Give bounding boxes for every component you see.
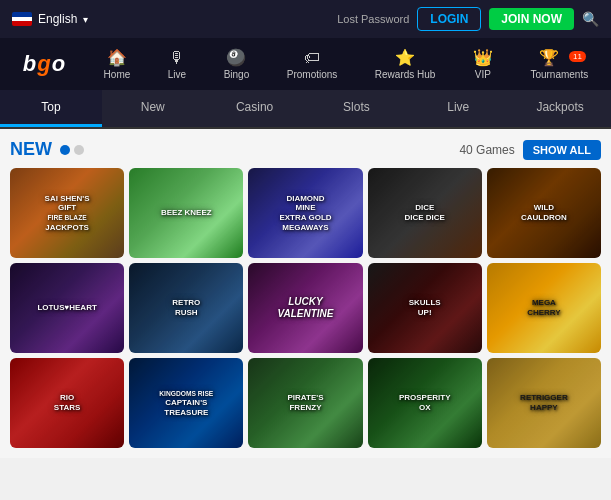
retro-title: RETRORUSH [170, 296, 202, 319]
prosperity-overlay: PROSPERITYOX [368, 358, 482, 448]
mega-overlay: MEGACHERRY [487, 263, 601, 353]
live-icon: 🎙 [169, 49, 185, 67]
rio-title: RIOSTARS [52, 391, 83, 414]
game-tile-rio[interactable]: RIOSTARS [10, 358, 124, 448]
game-tile-dice[interactable]: DiceDice Dice [368, 168, 482, 258]
game-tile-wild[interactable]: WildCauldron [487, 168, 601, 258]
captain-title: KINGDOMS RISECaptain'sTreasure [157, 387, 215, 420]
pirates-title: PIRATE'SFRENZY [286, 391, 326, 414]
game-tile-prosperity[interactable]: PROSPERITYOX [368, 358, 482, 448]
games-grid: SAI SHEN'SGIFTFIRE BLAZEJACKPOTS Beez Kn… [10, 168, 601, 448]
join-button[interactable]: JOIN NOW [489, 8, 574, 30]
sai-title: SAI SHEN'SGIFTFIRE BLAZEJACKPOTS [43, 192, 92, 234]
game-tile-sai[interactable]: SAI SHEN'SGIFTFIRE BLAZEJACKPOTS [10, 168, 124, 258]
section-header: NEW 40 Games SHOW ALL [10, 139, 601, 160]
skulls-overlay: SKULLSUP! [368, 263, 482, 353]
diamond-title: DIAMONDMINEExtra GoldMEGAWAYS [277, 192, 333, 234]
game-tile-retrigger[interactable]: RETRIGGERHAPPY [487, 358, 601, 448]
nav-bar: bgo 🏠 Home 🎙 Live 🎱 Bingo 🏷 Promotions ⭐… [0, 38, 611, 90]
dot-1[interactable] [60, 145, 70, 155]
sai-overlay: SAI SHEN'SGIFTFIRE BLAZEJACKPOTS [10, 168, 124, 258]
nav-rewards-label: Rewards Hub [375, 69, 436, 80]
nav-item-tournaments[interactable]: 🏆 11 Tournaments [530, 48, 588, 80]
header-right: Lost Password LOGIN JOIN NOW 🔍 [337, 7, 599, 31]
tab-top[interactable]: Top [0, 90, 102, 127]
header-left: English ▾ [12, 12, 88, 26]
flag-icon [12, 12, 32, 26]
beez-title: Beez Kneez [159, 206, 214, 220]
rewards-icon: ⭐ [395, 48, 415, 67]
tab-live[interactable]: Live [407, 90, 509, 127]
pagination-dots [60, 145, 84, 155]
tab-slots[interactable]: Slots [305, 90, 407, 127]
logo[interactable]: bgo [23, 51, 66, 77]
retrigger-overlay: RETRIGGERHAPPY [487, 358, 601, 448]
skulls-title: SKULLSUP! [407, 296, 443, 319]
game-tile-captain[interactable]: KINGDOMS RISECaptain'sTreasure [129, 358, 243, 448]
nav-tournaments-label: Tournaments [530, 69, 588, 80]
tournaments-badge: 11 [569, 51, 586, 62]
nav-item-live[interactable]: 🎙 Live [168, 49, 186, 80]
show-all-button[interactable]: SHOW ALL [523, 140, 601, 160]
bingo-icon: 🎱 [226, 48, 246, 67]
nav-promotions-label: Promotions [287, 69, 338, 80]
language-label: English [38, 12, 77, 26]
wild-overlay: WildCauldron [487, 168, 601, 258]
nav-bingo-label: Bingo [224, 69, 250, 80]
games-count: 40 Games [459, 143, 514, 157]
section-title: NEW [10, 139, 52, 160]
tournaments-icon-wrap: 🏆 11 [539, 48, 580, 67]
tab-new[interactable]: New [102, 90, 204, 127]
nav-item-vip[interactable]: 👑 VIP [473, 48, 493, 80]
prosperity-title: PROSPERITYOX [397, 391, 453, 414]
game-tile-mega[interactable]: MEGACHERRY [487, 263, 601, 353]
game-tile-diamond[interactable]: DIAMONDMINEExtra GoldMEGAWAYS [248, 168, 362, 258]
game-tile-lucky[interactable]: LuckyValentine [248, 263, 362, 353]
home-icon: 🏠 [107, 48, 127, 67]
nav-item-rewards[interactable]: ⭐ Rewards Hub [375, 48, 436, 80]
game-tile-retro[interactable]: RETRORUSH [129, 263, 243, 353]
header: English ▾ Lost Password LOGIN JOIN NOW 🔍 [0, 0, 611, 38]
language-chevron-icon: ▾ [83, 14, 88, 25]
diamond-overlay: DIAMONDMINEExtra GoldMEGAWAYS [248, 168, 362, 258]
dot-2[interactable] [74, 145, 84, 155]
tab-jackpots[interactable]: Jackpots [509, 90, 611, 127]
game-tile-lotus[interactable]: LOTUS♥HEART [10, 263, 124, 353]
nav-item-bingo[interactable]: 🎱 Bingo [224, 48, 250, 80]
tournaments-icon: 🏆 [539, 49, 559, 66]
nav-vip-label: VIP [475, 69, 491, 80]
lucky-title: LuckyValentine [276, 294, 336, 322]
retrigger-title: RETRIGGERHAPPY [518, 391, 570, 414]
pirates-overlay: PIRATE'SFRENZY [248, 358, 362, 448]
logo-text: bgo [23, 51, 66, 77]
mega-title: MEGACHERRY [525, 296, 562, 319]
dice-overlay: DiceDice Dice [368, 168, 482, 258]
tab-casino[interactable]: Casino [204, 90, 306, 127]
nav-live-label: Live [168, 69, 186, 80]
rio-overlay: RIOSTARS [10, 358, 124, 448]
search-icon[interactable]: 🔍 [582, 11, 599, 27]
content-area: NEW 40 Games SHOW ALL SAI SHEN'SGIFTFIRE… [0, 129, 611, 458]
dice-title: DiceDice Dice [402, 201, 446, 224]
captain-overlay: KINGDOMS RISECaptain'sTreasure [129, 358, 243, 448]
lucky-overlay: LuckyValentine [248, 263, 362, 353]
promotions-icon: 🏷 [304, 49, 320, 67]
game-tile-skulls[interactable]: SKULLSUP! [368, 263, 482, 353]
section-title-wrap: NEW [10, 139, 84, 160]
beez-overlay: Beez Kneez [129, 168, 243, 258]
lost-password-link[interactable]: Lost Password [337, 13, 409, 25]
section-controls: 40 Games SHOW ALL [459, 140, 601, 160]
game-tile-pirates[interactable]: PIRATE'SFRENZY [248, 358, 362, 448]
lotus-overlay: LOTUS♥HEART [10, 263, 124, 353]
game-tile-beez[interactable]: Beez Kneez [129, 168, 243, 258]
nav-item-home[interactable]: 🏠 Home [104, 48, 131, 80]
login-button[interactable]: LOGIN [417, 7, 481, 31]
retro-overlay: RETRORUSH [129, 263, 243, 353]
nav-item-promotions[interactable]: 🏷 Promotions [287, 49, 338, 80]
tabs-bar: Top New Casino Slots Live Jackpots [0, 90, 611, 129]
lotus-title: LOTUS♥HEART [35, 301, 98, 315]
vip-icon: 👑 [473, 48, 493, 67]
wild-title: WildCauldron [519, 201, 569, 224]
nav-home-label: Home [104, 69, 131, 80]
